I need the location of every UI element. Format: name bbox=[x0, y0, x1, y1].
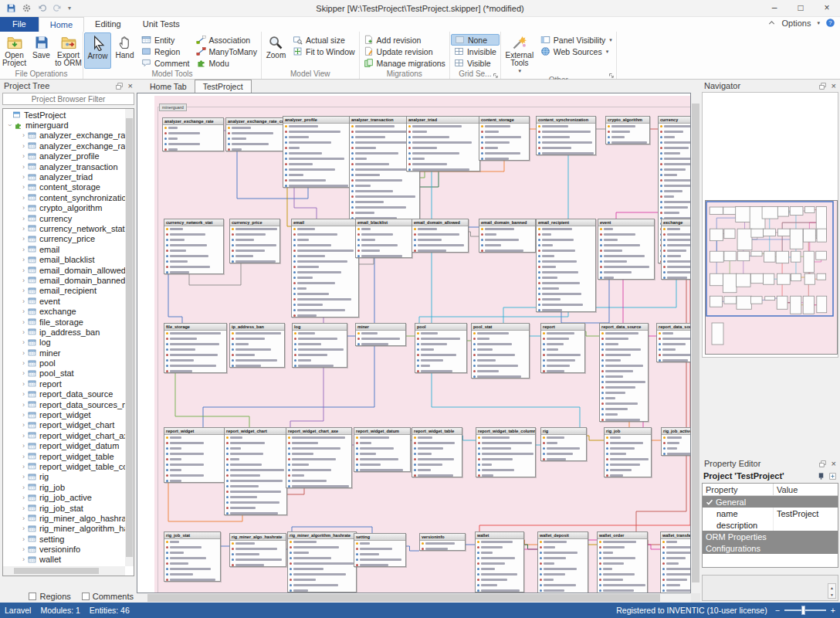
entity-email_blacklist[interactable]: email_blacklist bbox=[355, 219, 412, 258]
tree-item-report_widget_table[interactable]: ›report_widget_table bbox=[3, 451, 125, 461]
expander-icon[interactable]: › bbox=[20, 442, 27, 450]
tree-item-email[interactable]: ›email bbox=[3, 244, 125, 254]
grid-dialog-launcher-icon[interactable] bbox=[493, 71, 499, 77]
spin-down-icon[interactable]: ▼ bbox=[830, 593, 834, 597]
tree-item-report[interactable]: ›report bbox=[3, 379, 125, 389]
scrollbar-thumb[interactable] bbox=[147, 594, 660, 602]
property-group-general[interactable]: General bbox=[703, 496, 838, 508]
tree-item-rig_miner_algorithm_hashrate[interactable]: ›rig_miner_algorithm_hashrate bbox=[3, 524, 125, 534]
module-tool-button[interactable]: Modu bbox=[193, 57, 260, 69]
scrollbar-thumb[interactable] bbox=[14, 568, 99, 574]
entity-ip_address_ban[interactable]: ip_address_ban bbox=[229, 323, 285, 368]
tree-item-rig_job_active[interactable]: ›rig_job_active bbox=[3, 492, 125, 502]
tree-item-setting[interactable]: ›setting bbox=[3, 534, 125, 544]
tree-item-exchange[interactable]: ›exchange bbox=[3, 306, 125, 316]
expander-icon[interactable]: › bbox=[20, 494, 27, 501]
close-panel-icon[interactable]: × bbox=[832, 459, 836, 468]
toolbar-more-icon[interactable]: ▾ bbox=[68, 5, 71, 12]
tree-item-pool[interactable]: ›pool bbox=[3, 358, 125, 368]
canvas-vertical-scrollbar[interactable] bbox=[691, 93, 700, 593]
expander-icon[interactable]: › bbox=[20, 463, 27, 470]
entity-rig[interactable]: rig bbox=[540, 427, 587, 461]
options-menu[interactable]: Options bbox=[782, 19, 811, 28]
expander-icon[interactable]: › bbox=[20, 390, 27, 398]
entity-email_domain_allowed[interactable]: email_domain_allowed bbox=[412, 219, 469, 253]
entity-analyzer_profile[interactable]: analyzer_profile bbox=[283, 116, 354, 188]
expander-icon[interactable]: › bbox=[20, 555, 27, 563]
add-revision-button[interactable]: Add revision bbox=[361, 34, 449, 46]
association-tool-button[interactable]: Association bbox=[193, 34, 260, 46]
expander-icon[interactable]: › bbox=[20, 152, 27, 160]
entity-rig_miner_algorithm_hashrate[interactable]: rig_miner_algorithm_hashrate bbox=[287, 531, 357, 593]
tree-item-email_blacklist[interactable]: ›email_blacklist bbox=[3, 254, 125, 264]
update-revision-button[interactable]: Update revision bbox=[361, 46, 449, 57]
tree-item-ip_address_ban[interactable]: ›ip_address_ban bbox=[3, 327, 125, 337]
collapse-ribbon-icon[interactable] bbox=[767, 18, 777, 28]
grid-none-button[interactable]: None bbox=[451, 34, 500, 46]
expander-icon[interactable]: › bbox=[20, 277, 27, 284]
doc-tab-home[interactable]: Home Tab bbox=[142, 80, 195, 93]
float-panel-icon[interactable] bbox=[818, 460, 827, 468]
entity-wallet_transfer[interactable]: wallet_transfer bbox=[660, 531, 691, 593]
expander-icon[interactable]: › bbox=[20, 204, 27, 212]
entity-crypto_algorithm[interactable]: crypto_algorithm bbox=[605, 116, 650, 144]
entity-analyzer_triad[interactable]: analyzer_triad bbox=[406, 116, 480, 171]
tree-item-minerguard[interactable]: ›minerguard bbox=[3, 120, 125, 130]
tree-item-report_widget_table_column[interactable]: ›report_widget_table_column bbox=[3, 461, 125, 471]
expander-icon[interactable]: › bbox=[20, 411, 27, 419]
pin-icon[interactable] bbox=[817, 472, 825, 480]
entity-email[interactable]: email bbox=[291, 219, 359, 317]
expander-icon[interactable]: › bbox=[20, 173, 27, 181]
close-panel-icon[interactable]: × bbox=[128, 81, 133, 90]
expander-icon[interactable]: › bbox=[20, 338, 27, 346]
hand-tool-button[interactable]: Hand bbox=[111, 32, 138, 69]
checkbox-box[interactable] bbox=[29, 593, 36, 600]
maximize-button[interactable]: □ bbox=[788, 0, 814, 16]
entity-report_widget_datum[interactable]: report_widget_datum bbox=[354, 427, 411, 472]
tree-item-versioninfo[interactable]: ›versioninfo bbox=[3, 544, 125, 554]
tree-item-email_recipient[interactable]: ›email_recipient bbox=[3, 286, 125, 296]
expander-icon[interactable]: › bbox=[20, 225, 27, 233]
entity-report_widget_table[interactable]: report_widget_table bbox=[412, 427, 462, 477]
spin-up-icon[interactable]: ▲ bbox=[830, 586, 834, 590]
entity-currency_price[interactable]: currency_price bbox=[229, 219, 280, 263]
zoom-button[interactable]: Zoom bbox=[262, 32, 290, 69]
model-canvas[interactable]: minerguard analyzer_exchange_rateanalyze… bbox=[137, 93, 691, 593]
external-tools-button[interactable]: External Tools▾ bbox=[502, 32, 537, 75]
arrow-tool-button[interactable]: Arrow bbox=[84, 32, 111, 69]
expander-icon[interactable]: › bbox=[20, 215, 27, 222]
tree-item-email_domain_allowed[interactable]: ›email_domain_allowed bbox=[3, 265, 125, 275]
entity-rig_job[interactable]: rig_job bbox=[604, 427, 652, 477]
property-value[interactable]: TestProject bbox=[774, 509, 838, 518]
expander-icon[interactable]: › bbox=[20, 432, 27, 440]
tree-item-event[interactable]: ›event bbox=[3, 296, 125, 306]
tree-item-TestProject[interactable]: TestProject bbox=[3, 110, 125, 120]
expander-icon[interactable]: › bbox=[20, 142, 27, 150]
float-panel-icon[interactable] bbox=[818, 82, 827, 90]
entity-content_synchronization[interactable]: content_synchronization bbox=[536, 116, 596, 155]
expander-icon[interactable]: › bbox=[20, 328, 27, 336]
float-panel-icon[interactable] bbox=[115, 82, 124, 90]
tree-item-pool_stat[interactable]: ›pool_stat bbox=[3, 368, 125, 379]
comment-tool-button[interactable]: Comment bbox=[138, 57, 193, 69]
entity-event[interactable]: event bbox=[598, 219, 655, 280]
entity-rig_job_stat[interactable]: rig_job_stat bbox=[164, 531, 221, 582]
save-button[interactable]: Save bbox=[28, 32, 55, 69]
tree-item-rig[interactable]: ›rig bbox=[3, 472, 125, 482]
tree-item-email_domain_banned[interactable]: ›email_domain_banned bbox=[3, 275, 125, 285]
tab-unit-tests[interactable]: Unit Tests bbox=[132, 17, 191, 32]
entity-pool_stat[interactable]: pool_stat bbox=[471, 323, 530, 379]
actual-size-button[interactable]: Actual size bbox=[290, 34, 358, 46]
entity-email_recipient[interactable]: email_recipient bbox=[536, 219, 596, 312]
grid-invisible-button[interactable]: Invisible bbox=[451, 46, 500, 57]
fit-to-window-button[interactable]: Fit to Window bbox=[290, 46, 358, 57]
expander-icon[interactable]: › bbox=[20, 163, 27, 171]
doc-tab-testproject[interactable]: TestProject bbox=[195, 80, 252, 93]
region-tool-button[interactable]: Region bbox=[138, 46, 193, 57]
expander-icon[interactable]: › bbox=[20, 183, 27, 191]
save-icon[interactable] bbox=[6, 3, 16, 13]
entity-file_storage[interactable]: file_storage bbox=[164, 323, 227, 373]
tree-item-report_data_sources_non_unique[interactable]: ›report_data_sources_non_unique bbox=[3, 399, 125, 409]
property-row-name[interactable]: nameTestProject bbox=[703, 508, 838, 519]
zoom-slider[interactable] bbox=[784, 610, 826, 611]
